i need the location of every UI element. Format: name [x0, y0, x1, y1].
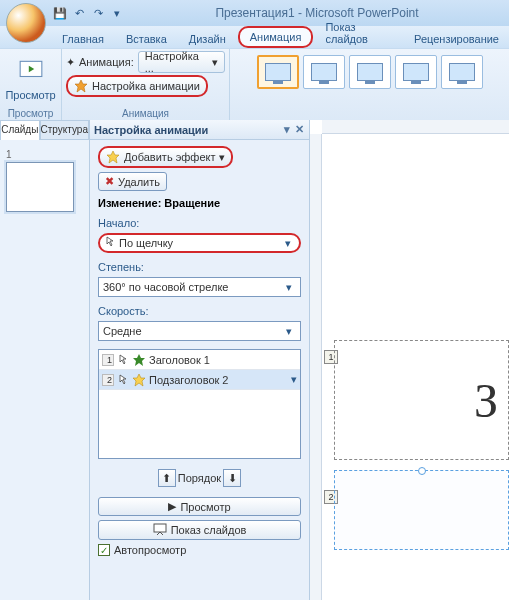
svg-marker-2	[75, 80, 87, 92]
move-down-button[interactable]: ⬇	[223, 469, 241, 487]
slideshow-button[interactable]: Показ слайдов	[98, 520, 301, 540]
outline-tab[interactable]: Структура	[40, 120, 89, 140]
tab-animation[interactable]: Анимация	[238, 26, 314, 48]
mouse-icon	[117, 354, 129, 366]
undo-icon[interactable]: ↶	[71, 5, 87, 21]
slideshow-icon	[153, 523, 167, 537]
move-up-button[interactable]: ⬆	[158, 469, 176, 487]
star-icon: ✦	[66, 56, 75, 69]
emphasis-icon	[132, 373, 146, 387]
transition-thumb[interactable]	[441, 55, 483, 89]
resize-handle[interactable]	[418, 467, 426, 475]
delete-button[interactable]: ✖ Удалить	[98, 172, 167, 191]
slides-tab[interactable]: Слайды	[0, 120, 40, 140]
animation-group-label: Анимация	[122, 108, 169, 120]
start-combo[interactable]: По щелчку ▾	[98, 233, 301, 253]
pane-title: Настройка анимации	[94, 124, 208, 136]
slide-thumbnail[interactable]: 1	[6, 148, 83, 212]
qat-dropdown-icon[interactable]: ▾	[109, 5, 125, 21]
effect-name: Подзаголовок 2	[149, 374, 229, 386]
tab-home[interactable]: Главная	[52, 30, 114, 48]
transition-thumb[interactable]	[349, 55, 391, 89]
office-button[interactable]	[6, 3, 46, 43]
preview-label: Просмотр	[5, 89, 55, 101]
chevron-down-icon: ▾	[282, 281, 296, 294]
svg-marker-4	[133, 354, 145, 366]
speed-label: Скорость:	[98, 305, 301, 317]
pane-header: Настройка анимации ▾ ✕	[90, 120, 309, 140]
chevron-down-icon: ▾	[281, 237, 295, 250]
svg-marker-3	[107, 151, 119, 163]
transition-gallery[interactable]	[253, 51, 487, 93]
order-label: Порядок	[178, 472, 221, 484]
custom-animation-button[interactable]: Настройка анимации	[66, 75, 208, 97]
custom-animation-icon	[74, 79, 88, 93]
tab-slideshow[interactable]: Показ слайдов	[315, 18, 402, 48]
pane-menu-icon[interactable]: ▾	[281, 124, 293, 136]
chevron-down-icon: ▾	[282, 325, 296, 338]
svg-rect-6	[154, 524, 166, 532]
custom-animation-pane: Настройка анимации ▾ ✕ Добавить эффект ▾…	[90, 120, 310, 600]
work-area: Слайды Структура 1 Настройка анимации ▾ …	[0, 120, 509, 600]
animation-combo[interactable]: Настройка ... ▾	[138, 51, 225, 73]
degree-combo[interactable]: 360° по часовой стрелке ▾	[98, 277, 301, 297]
ribbon-group-animation: ✦ Анимация: Настройка ... ▾ Настройка ан…	[62, 49, 230, 120]
transition-thumb[interactable]	[257, 55, 299, 89]
tab-review[interactable]: Рецензирование	[404, 30, 509, 48]
animation-label: Анимация:	[79, 56, 134, 68]
chevron-down-icon[interactable]: ▾	[291, 373, 297, 386]
play-icon: ▶	[168, 500, 176, 513]
horizontal-ruler	[322, 120, 509, 134]
change-section-title: Изменение: Вращение	[98, 197, 301, 209]
title-text: З	[474, 373, 498, 428]
chevron-down-icon: ▾	[212, 56, 218, 69]
mouse-icon	[104, 236, 116, 250]
reorder-controls: ⬆ Порядок ⬇	[98, 469, 301, 487]
slides-panel: Слайды Структура 1	[0, 120, 90, 600]
close-icon[interactable]: ✕	[293, 124, 305, 136]
play-button[interactable]: ▶ Просмотр	[98, 497, 301, 516]
tab-insert[interactable]: Вставка	[116, 30, 177, 48]
transition-thumb[interactable]	[303, 55, 345, 89]
redo-icon[interactable]: ↷	[90, 5, 106, 21]
title-placeholder[interactable]: З	[334, 340, 509, 460]
effect-name: Заголовок 1	[149, 354, 210, 366]
ribbon: Просмотр Просмотр ✦ Анимация: Настройка …	[0, 48, 509, 120]
vertical-ruler	[310, 134, 322, 600]
ribbon-tabs: Главная Вставка Дизайн Анимация Показ сл…	[0, 26, 509, 48]
checkbox-icon: ✓	[98, 544, 110, 556]
effect-row[interactable]: 2 Подзаголовок 2 ▾	[99, 370, 300, 390]
ribbon-group-transitions	[230, 49, 509, 120]
ribbon-group-preview: Просмотр Просмотр	[0, 49, 62, 120]
effects-list[interactable]: 1 Заголовок 1 ▾ 2 Подзаголовок 2 ▾	[98, 349, 301, 459]
mouse-icon	[117, 374, 129, 386]
subtitle-placeholder[interactable]	[334, 470, 509, 550]
effect-row[interactable]: 1 Заголовок 1 ▾	[99, 350, 300, 370]
slide-preview	[6, 162, 74, 212]
emphasis-icon	[132, 353, 146, 367]
slide-number: 1	[6, 149, 12, 160]
preview-icon	[18, 57, 44, 83]
add-effect-icon	[106, 150, 120, 164]
chevron-down-icon: ▾	[219, 151, 225, 164]
transition-thumb[interactable]	[395, 55, 437, 89]
speed-combo[interactable]: Средне ▾	[98, 321, 301, 341]
start-label: Начало:	[98, 217, 301, 229]
degree-label: Степень:	[98, 261, 301, 273]
add-effect-button[interactable]: Добавить эффект ▾	[98, 146, 233, 168]
tab-design[interactable]: Дизайн	[179, 30, 236, 48]
autopreview-checkbox[interactable]: ✓ Автопросмотр	[98, 544, 301, 556]
svg-marker-5	[133, 374, 145, 386]
delete-icon: ✖	[105, 175, 114, 188]
slide-canvas[interactable]: 1 2 З	[310, 120, 509, 600]
save-icon[interactable]: 💾	[52, 5, 68, 21]
preview-button[interactable]	[11, 51, 51, 89]
preview-group-label: Просмотр	[8, 108, 54, 120]
quick-access-toolbar: 💾 ↶ ↷ ▾	[52, 5, 125, 21]
title-bar: 💾 ↶ ↷ ▾ Презентация1 - Microsoft PowerPo…	[0, 0, 509, 26]
